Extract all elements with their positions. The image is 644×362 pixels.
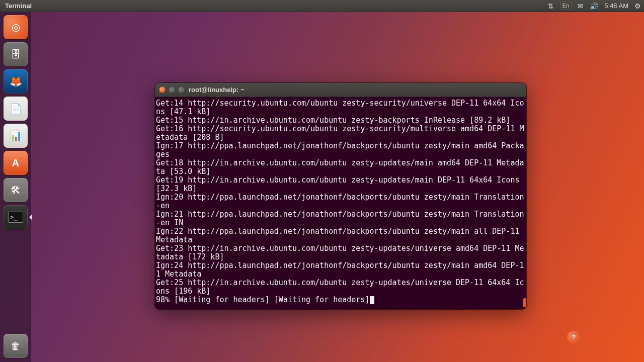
terminal-line: Ign:22 http://ppa.launchpad.net/jonathon… [156,227,524,244]
window-title: root@linuxhelp: ~ [189,86,245,94]
unity-launcher: ◎ 🗄 🦊 📄 📊 A 🛠 >_ 🗑 [0,12,31,362]
scrollbar-thumb[interactable] [523,298,526,307]
libreoffice-writer-launcher[interactable]: 📄 [4,97,28,121]
firefox-icon: 🦊 [10,75,22,87]
network-indicator-icon[interactable]: ⇅ [548,2,554,10]
terminal-icon: >_ [8,212,23,223]
trash-launcher[interactable]: 🗑 [4,334,28,358]
terminal-progress-line: 98% [Waiting for headers] [Waiting for h… [156,295,369,304]
settings-icon: 🛠 [11,185,21,196]
maximize-button[interactable] [178,86,185,93]
terminal-titlebar[interactable]: root@linuxhelp: ~ [155,83,526,97]
terminal-line: Get:23 http://in.archive.ubuntu.com/ubun… [156,244,524,261]
window-controls [159,86,185,93]
terminal-output[interactable]: Get:14 http://security.ubuntu.com/ubuntu… [155,97,526,309]
libreoffice-impress-launcher[interactable]: 📊 [4,124,28,148]
terminal-line: Ign:20 http://ppa.launchpad.net/jonathon… [156,193,524,210]
keyboard-layout-indicator[interactable]: En [560,2,572,10]
terminal-line: Get:15 http://in.archive.ubuntu.com/ubun… [156,116,510,125]
terminal-launcher[interactable]: >_ [4,205,28,229]
software-center-icon: A [12,157,19,169]
clock[interactable]: 5:48 AM [604,2,628,10]
active-app-title: Terminal [5,2,32,10]
minimize-button[interactable] [169,86,175,93]
ubuntu-software-launcher[interactable]: A [4,151,28,175]
file-manager-icon: 🗄 [11,49,21,60]
sound-indicator-icon[interactable]: 🔊 [590,2,598,10]
mail-indicator-icon[interactable]: ✉ [578,2,584,10]
terminal-line: Get:14 http://security.ubuntu.com/ubuntu… [156,99,524,116]
session-indicator-icon[interactable]: ⚙ [634,2,641,10]
linuxhelp-watermark: ? LinuxHelp [567,331,632,344]
firefox-launcher[interactable]: 🦊 [4,69,28,94]
writer-icon: 📄 [10,103,22,115]
top-menu-bar: Terminal ⇅ En ✉ 🔊 5:48 AM ⚙ [0,0,644,12]
close-button[interactable] [159,86,166,93]
terminal-line: Get:16 http://security.ubuntu.com/ubuntu… [156,124,524,142]
watermark-text: LinuxHelp [583,332,632,343]
terminal-line: Get:19 http://in.archive.ubuntu.com/ubun… [156,175,524,193]
terminal-line: Ign:21 http://ppa.launchpad.net/jonathon… [156,210,524,227]
system-tray: ⇅ En ✉ 🔊 5:48 AM ⚙ [548,2,641,10]
terminal-line: Get:25 http://in.archive.ubuntu.com/ubun… [156,278,524,296]
linuxhelp-logo-icon: ? [567,331,580,344]
files-launcher[interactable]: 🗄 [4,42,28,66]
desktop: Terminal ⇅ En ✉ 🔊 5:48 AM ⚙ ◎ 🗄 🦊 📄 📊 A … [0,0,644,362]
terminal-window[interactable]: root@linuxhelp: ~ Get:14 http://security… [155,83,526,309]
terminal-line: Ign:24 http://ppa.launchpad.net/jonathon… [156,261,524,279]
trash-icon: 🗑 [11,340,21,352]
terminal-line: Ign:17 http://ppa.launchpad.net/jonathon… [156,141,524,159]
ubuntu-logo-icon: ◎ [12,21,20,33]
impress-icon: 📊 [10,130,22,142]
terminal-cursor [370,296,374,304]
dash-home-button[interactable]: ◎ [4,15,28,39]
system-settings-launcher[interactable]: 🛠 [4,178,28,202]
terminal-line: Get:18 http://in.archive.ubuntu.com/ubun… [156,158,524,176]
